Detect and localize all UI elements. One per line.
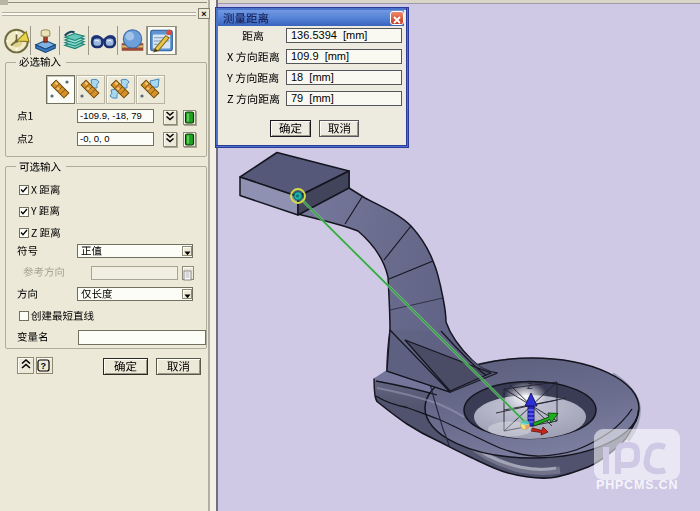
- svg-text:PHPCMS.CN: PHPCMS.CN: [596, 478, 678, 492]
- svg-text:Z: Z: [527, 381, 533, 391]
- svg-text:?: ?: [41, 361, 47, 371]
